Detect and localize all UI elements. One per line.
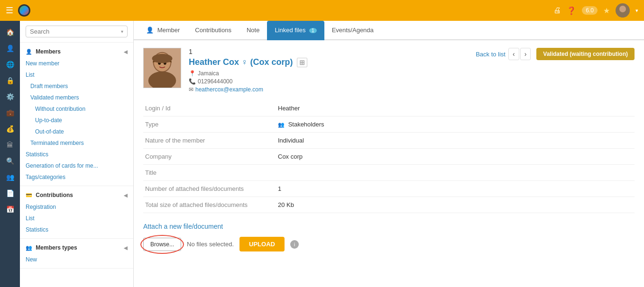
members-section-label: Members [36,48,61,55]
contributions-collapse-arrow[interactable]: ◀ [124,193,128,198]
nav-registration[interactable]: Registration [20,201,133,213]
sidebar-icon-home[interactable]: 🏠 [1,25,18,40]
field-value-company: Cox corp [276,149,635,165]
email-icon: ✉ [189,86,193,93]
field-label-nature: Nature of the member [143,133,276,149]
field-value-type-text: Stakeholders [288,121,324,128]
status-badge: Validated (waiting contribution) [536,48,635,60]
field-value-total-size: 20 Kb [276,197,635,213]
members-types-collapse-arrow[interactable]: ◀ [124,245,128,251]
sidebar-icon-people[interactable]: 👥 [1,170,18,185]
tab-member-label: Member [157,27,180,34]
members-section: 👤 Members ◀ New member List Draft member… [20,43,133,186]
tab-events-agenda[interactable]: Events/Agenda [324,21,381,40]
field-value-nature: Individual [276,133,635,149]
field-value-type: 👥 Stakeholders [276,117,635,133]
members-types-section-header[interactable]: 👥 Members types ◀ [20,242,133,254]
tab-linked-files[interactable]: Linked files 1 [267,21,324,40]
sidebar-icon-file[interactable]: 📄 [1,186,18,201]
table-row: Number of attached files/documents 1 [143,181,635,197]
contributions-section-label: Contributions [36,192,73,198]
user-dropdown-arrow[interactable]: ▾ [635,8,638,14]
nav-generation-cards[interactable]: Generation of cards for me... [20,160,133,171]
tab-events-agenda-label: Events/Agenda [332,27,374,34]
nav-new-type[interactable]: New [20,254,133,265]
hamburger-menu[interactable]: ☰ [6,5,13,16]
member-content: 1 Heather Cox ♀ (Cox corp) ⊞ 📍 Jamaica 📞… [134,40,644,287]
help-icon[interactable]: ❓ [567,6,576,15]
linked-files-badge: 1 [309,28,317,33]
tab-note[interactable]: Note [239,21,267,40]
contributions-icon: 💳 [26,192,32,198]
upload-button[interactable]: UPLOAD [239,237,285,251]
tab-contributions[interactable]: Contributions [187,21,239,40]
field-value-num-files: 1 [276,181,635,197]
sidebar-icon-globe[interactable]: 🌐 [1,57,18,72]
field-label-num-files: Number of attached files/documents [143,181,276,197]
nav-contrib-statistics[interactable]: Statistics [20,224,133,235]
table-row: Nature of the member Individual [143,133,635,149]
sidebar-icon-user[interactable]: 👤 [1,41,18,56]
nav-terminated-members[interactable]: Terminated members [20,137,133,149]
sidebar-icon-lock[interactable]: 🔒 [1,73,18,88]
nav-sidebar: ▾ 👤 Members ◀ New member List Draft memb… [20,21,134,287]
svg-point-0 [619,6,626,12]
search-wrapper: ▾ [26,26,128,37]
attach-title: Attach a new file/document [143,223,635,230]
sidebar-icon-settings[interactable]: ⚙️ [1,89,18,104]
browse-btn-wrapper: Browse... [143,238,181,251]
member-name-icon: ⊞ [297,58,307,67]
nav-without-contribution[interactable]: Without contribution [20,103,133,115]
field-label-company: Company [143,149,276,165]
nav-up-to-date[interactable]: Up-to-date [20,115,133,126]
field-label-title: Title [143,165,276,181]
member-email-text[interactable]: heathercox@example.com [195,86,263,93]
search-input[interactable] [30,28,121,35]
sidebar-icon-search[interactable]: 🔍 [1,153,18,169]
details-table: Login / Id Heather Type 👥 Stakeholders N… [143,100,635,213]
app-logo [18,4,30,17]
members-collapse-arrow[interactable]: ◀ [124,49,128,54]
user-avatar[interactable] [616,3,630,18]
member-info: 1 Heather Cox ♀ (Cox corp) ⊞ 📍 Jamaica 📞… [189,48,307,93]
star-icon[interactable]: ★ [603,6,610,15]
search-dropdown-arrow[interactable]: ▾ [121,29,123,34]
member-phone-text: 01296444000 [198,78,232,85]
nav-list[interactable]: List [20,69,133,81]
browse-button[interactable]: Browse... [143,238,181,251]
tab-member[interactable]: 👤 Member [138,21,187,40]
field-value-login: Heather [276,100,635,117]
members-types-icon: 👥 [26,245,32,251]
svg-point-8 [152,54,173,63]
print-icon[interactable]: 🖨 [553,6,561,15]
field-value-title [276,165,635,181]
nav-validated-members[interactable]: Validated members [20,92,133,103]
sidebar-icon-money[interactable]: 💰 [1,121,18,136]
nav-contrib-list[interactable]: List [20,213,133,224]
sidebar-icon-calendar[interactable]: 📅 [1,202,18,217]
sidebar-icon-building[interactable]: 🏛 [1,137,18,152]
members-section-header[interactable]: 👤 Members ◀ [20,45,133,58]
member-location: 📍 Jamaica [189,70,307,77]
nav-arrows: ‹ › [508,48,531,60]
member-tab-icon: 👤 [146,27,154,34]
member-phone: 📞 01296444000 [189,78,307,85]
member-header: 1 Heather Cox ♀ (Cox corp) ⊞ 📍 Jamaica 📞… [143,48,635,93]
prev-member-button[interactable]: ‹ [508,48,519,60]
nav-out-of-date[interactable]: Out-of-date [20,126,133,137]
phone-icon: 📞 [189,78,196,85]
nav-tags-categories[interactable]: Tags/categories [20,171,133,183]
contributions-section-header[interactable]: 💳 Contributions ◀ [20,189,133,201]
member-name-text: Heather Cox ♀ (Cox corp) [189,57,293,67]
nav-new-member[interactable]: New member [20,58,133,69]
topbar: ☰ 🖨 ❓ 6.0 ★ ▾ [0,0,644,21]
table-row: Type 👥 Stakeholders [143,117,635,133]
next-member-button[interactable]: › [520,48,531,60]
svg-point-1 [618,12,627,18]
info-icon[interactable]: i [290,240,299,249]
sidebar-icon-briefcase[interactable]: 💼 [1,105,18,120]
nav-statistics[interactable]: Statistics [20,149,133,160]
back-to-list-link[interactable]: Back to list [476,51,506,58]
search-container: ▾ [20,21,133,43]
nav-draft-members[interactable]: Draft members [20,81,133,92]
